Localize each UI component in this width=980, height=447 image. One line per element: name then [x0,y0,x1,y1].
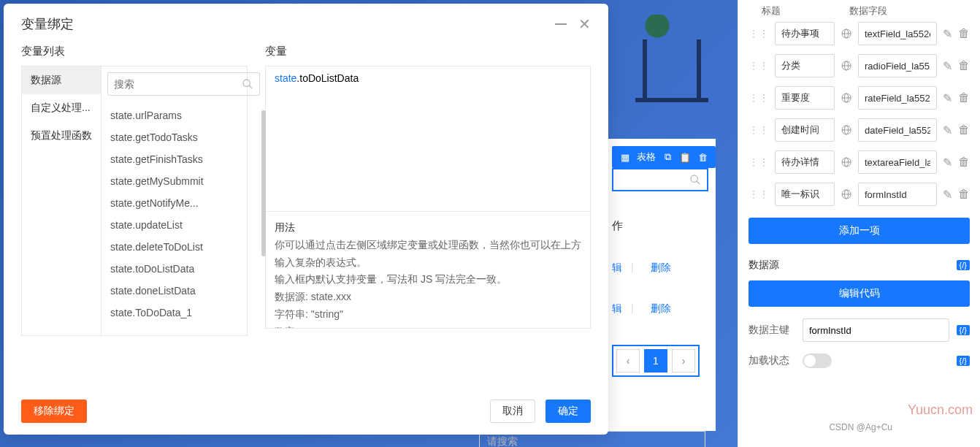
column-title-input[interactable] [775,22,835,45]
drag-handle-icon[interactable]: ⋮⋮ [749,124,769,136]
edit-link[interactable]: 辑 [612,261,622,273]
edit-link[interactable]: 辑 [612,302,622,314]
column-title-input[interactable] [775,183,835,206]
delete-icon[interactable]: 🗑 [697,151,708,163]
edit-icon[interactable]: ✎ [943,92,952,104]
page-prev[interactable]: ‹ [616,349,640,372]
modal-footer: 移除绑定 取消 确定 [4,388,608,435]
delete-icon[interactable]: 🗑 [958,188,970,200]
expression-editor[interactable]: state.toDoListData [265,66,591,212]
column-field-input[interactable] [858,150,937,174]
variable-item[interactable]: state.toDoListData [102,258,266,280]
edit-icon[interactable]: ✎ [943,156,952,168]
delete-icon[interactable]: 🗑 [958,156,970,168]
component-toolbar[interactable]: ▦ 表格 ⧉ 📋 🗑 [612,146,716,168]
variable-list-column: 变量列表 数据源 自定义处理... 预置处理函数 state.urlParams… [21,45,248,388]
page-1[interactable]: 1 [644,349,667,372]
primary-key-input[interactable] [803,318,949,342]
variable-item[interactable]: state.updateList [102,214,266,236]
drag-handle-icon[interactable]: ⋮⋮ [749,60,769,72]
toolbar-label: 表格 [637,150,656,164]
globe-icon[interactable] [841,156,852,168]
variable-item[interactable]: state.getMySubmmit [102,170,266,192]
grid-icon[interactable]: ▦ [619,151,631,163]
delete-link[interactable]: 删除 [651,261,671,273]
column-field-input[interactable] [858,86,937,110]
column-field-input[interactable] [858,118,937,142]
edit-icon[interactable]: ✎ [943,60,952,72]
globe-icon[interactable] [841,60,852,72]
load-state-toggle[interactable] [803,354,832,368]
column-field-input[interactable] [858,54,937,77]
variable-search[interactable] [107,72,260,96]
category-custom-handler[interactable]: 自定义处理... [22,94,101,122]
page-next[interactable]: › [672,349,695,372]
column-title-input[interactable] [775,86,835,110]
variable-list-title: 变量列表 [21,45,248,58]
column-title-input[interactable] [775,54,835,77]
modal-title: 变量绑定 [21,15,74,33]
scrollbar[interactable] [261,110,266,256]
column-field-input[interactable] [858,22,937,45]
code-badge[interactable]: {/} [957,260,970,270]
field-row: ⋮⋮✎🗑 [749,183,970,206]
globe-icon[interactable] [841,28,852,39]
usage-line: 你可以通过点击左侧区域绑定变量或处理函数，当然你也可以在上方输入复杂的表达式。 [275,239,581,268]
column-field-input[interactable] [858,183,937,206]
field-row: ⋮⋮✎🗑 [749,150,970,174]
copy-icon[interactable]: ⧉ [662,151,673,163]
delete-icon[interactable]: 🗑 [958,124,970,136]
variable-item[interactable]: state.doneListData [102,280,266,302]
edit-code-button[interactable]: 编辑代码 [749,280,970,307]
cancel-button[interactable]: 取消 [490,400,535,423]
usage-line: 数字: 123 [275,326,318,329]
variable-item[interactable]: state.urlParams [102,104,266,126]
drag-handle-icon[interactable]: ⋮⋮ [749,28,769,39]
globe-icon[interactable] [841,92,852,104]
paste-icon[interactable]: 📋 [679,151,691,163]
column-title-input[interactable] [775,150,835,174]
drag-handle-icon[interactable]: ⋮⋮ [749,92,769,104]
variable-binding-modal: 变量绑定 ✕ 变量列表 数据源 自定义处理... 预置处理函数 [4,4,608,435]
category-list: 数据源 自定义处理... 预置处理函数 [22,66,102,335]
add-item-button[interactable]: 添加一项 [749,218,970,244]
table-row-actions: 辑 | 删除 [612,261,671,275]
delete-icon[interactable]: 🗑 [958,28,970,39]
header-field: 数据字段 [849,4,887,18]
table-search-row[interactable] [612,168,708,191]
separator: | [631,261,634,273]
edit-icon[interactable]: ✎ [943,28,952,39]
field-row: ⋮⋮✎🗑 [749,22,970,45]
search-input[interactable] [114,78,242,90]
remove-binding-button[interactable]: 移除绑定 [21,400,87,423]
code-badge[interactable]: {/} [957,325,970,335]
edit-icon[interactable]: ✎ [943,188,952,200]
usage-line: 数据源: state.xxx [275,291,351,302]
ok-button[interactable]: 确定 [545,400,591,423]
variable-item[interactable]: state.deleteToDoList [102,236,266,258]
drag-handle-icon[interactable]: ⋮⋮ [749,156,769,168]
edit-icon[interactable]: ✎ [943,124,952,136]
column-title-input[interactable] [775,118,835,142]
variable-item[interactable]: state.getTodoTasks [102,126,266,148]
delete-link[interactable]: 删除 [651,302,671,314]
expression-column: 变量 state.toDoListData 用法 你可以通过点击左侧区域绑定变量… [265,45,591,388]
variable-item[interactable]: state.getFinishTasks [102,148,266,170]
globe-icon[interactable] [841,124,852,136]
usage-help: 用法 你可以通过点击左侧区域绑定变量或处理函数，当然你也可以在上方输入复杂的表达… [265,212,591,329]
category-preset-handler[interactable]: 预置处理函数 [22,122,101,150]
variable-item[interactable]: state.ToDoData_1 [102,302,266,324]
code-badge[interactable]: {/} [957,356,970,366]
table-row-actions: 辑 | 删除 [612,302,671,316]
drag-handle-icon[interactable]: ⋮⋮ [749,188,769,200]
category-datasource[interactable]: 数据源 [22,66,101,94]
delete-icon[interactable]: 🗑 [958,60,970,72]
minimize-button[interactable] [555,23,567,25]
variable-items[interactable]: state.urlParams state.getTodoTasks state… [102,102,266,335]
watermark: Yuucn.com [908,402,973,418]
variable-item[interactable]: state.getNotifyMe... [102,192,266,214]
globe-icon[interactable] [841,188,852,200]
delete-icon[interactable]: 🗑 [958,92,970,104]
close-icon[interactable]: ✕ [578,17,591,31]
usage-line: 字符串: "string" [275,308,343,320]
